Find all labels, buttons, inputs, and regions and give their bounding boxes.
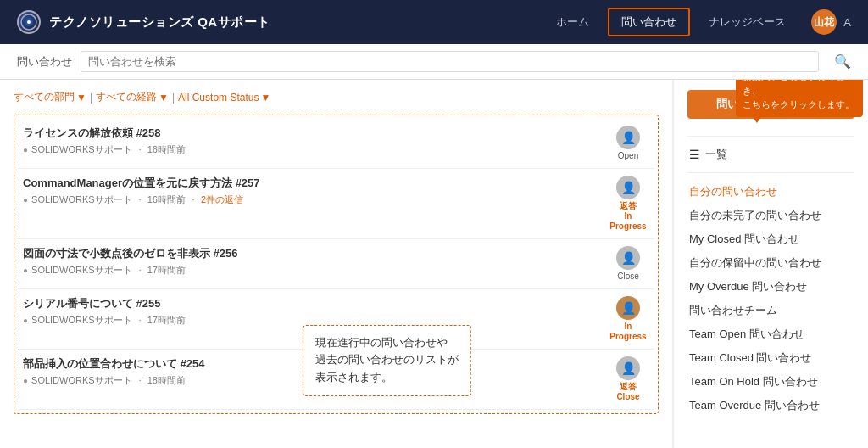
ticket-status: 👤 InProgress — [607, 296, 649, 342]
right-menu: 自分の問い合わせ自分の未完了の問い合わせMy Closed 問い合わせ自分の保留… — [687, 180, 854, 417]
right-menu-item-2[interactable]: My Closed 問い合わせ — [687, 227, 854, 251]
nav-user-abbr: A — [843, 16, 851, 29]
ticket-status: 👤 返答InProgress — [607, 176, 649, 232]
app-title: テクノソリューションズ QAサポート — [49, 14, 270, 31]
filter-bar: すべての部門 ▼ | すべての経路 ▼ | All Custom Status … — [14, 90, 659, 104]
popup-note: 現在進行中の問い合わせや 過去の問い合わせのリストが 表示されます。 — [303, 325, 471, 396]
ticket-info: CommandManagerの位置を元に戻す方法 #257 ● SOLIDWOR… — [23, 176, 600, 206]
search-breadcrumb: 問い合わせ — [17, 54, 72, 70]
add-ticket-btn-wrap: 新規問い合わせを行うとき、 こちらをクリックします。 問い合わせを追加する — [687, 90, 854, 127]
right-menu-item-0[interactable]: 自分の問い合わせ — [687, 180, 854, 204]
main-content: すべての部門 ▼ | すべての経路 ▼ | All Custom Status … — [0, 80, 868, 448]
right-menu-item-6[interactable]: Team Open 問い合わせ — [687, 322, 854, 346]
filter-all-dept[interactable]: すべての部門 ▼ — [14, 90, 86, 104]
status-text: 返答Close — [616, 382, 639, 402]
meta-icon: ● — [23, 376, 28, 385]
list-section-title: ☰ 一覧 — [687, 143, 854, 165]
logo-area: テクノソリューションズ QAサポート — [17, 10, 270, 34]
ticket-meta: ● SOLIDWORKSサポート ・ 17時間前 — [23, 264, 600, 277]
right-menu-item-8[interactable]: Team On Hold 問い合わせ — [687, 370, 854, 394]
nav-inquiry[interactable]: 問い合わせ — [608, 8, 690, 36]
ticket-status: 👤 Close — [607, 246, 649, 282]
ticket-title: CommandManagerの位置を元に戻す方法 #257 — [23, 176, 600, 191]
divider — [687, 136, 854, 137]
right-panel: 新規問い合わせを行うとき、 こちらをクリックします。 問い合わせを追加する ☰ … — [673, 80, 868, 448]
ticket-title: 図面の寸法で小数点後のゼロを非表示 #256 — [23, 246, 600, 261]
meta-icon: ● — [23, 266, 28, 275]
ticket-title: ライセンスの解放依頼 #258 — [23, 126, 600, 141]
filter-all-custom[interactable]: All Custom Status ▼ — [178, 92, 270, 104]
ticket-meta: ● SOLIDWORKSサポート ・ 16時間前 — [23, 143, 600, 156]
svg-point-2 — [27, 20, 31, 24]
status-avatar: 👤 — [616, 296, 640, 320]
search-input[interactable] — [88, 55, 811, 68]
status-avatar: 👤 — [616, 246, 640, 270]
ticket-title: シリアル番号について #255 — [23, 296, 600, 311]
status-text: InProgress — [609, 322, 646, 342]
logo-icon — [17, 10, 41, 34]
header-nav: ホーム 問い合わせ ナレッジベース 山花 A — [544, 8, 851, 36]
reply-badge[interactable]: 2件の返信 — [201, 193, 243, 206]
avatar[interactable]: 山花 — [811, 9, 837, 35]
header: テクノソリューションズ QAサポート ホーム 問い合わせ ナレッジベース 山花 … — [0, 0, 868, 44]
meta-icon: ● — [23, 145, 28, 154]
status-text: Open — [618, 151, 638, 161]
search-icon[interactable]: 🔍 — [834, 53, 851, 70]
right-menu-item-7[interactable]: Team Closed 問い合わせ — [687, 346, 854, 370]
ticket-meta: ● SOLIDWORKSサポート ・ 16時間前 ・ 2件の返信 — [23, 193, 600, 206]
status-avatar: 👤 — [616, 126, 640, 149]
ticket-info: シリアル番号について #255 ● SOLIDWORKSサポート ・ 17時間前 — [23, 296, 600, 327]
right-menu-item-9[interactable]: Team Overdue 問い合わせ — [687, 394, 854, 417]
table-row[interactable]: 図面の寸法で小数点後のゼロを非表示 #256 ● SOLIDWORKSサポート … — [18, 239, 654, 289]
divider — [687, 172, 854, 173]
ticket-status: 👤 Open — [607, 126, 649, 161]
table-row[interactable]: CommandManagerの位置を元に戻す方法 #257 ● SOLIDWOR… — [18, 169, 654, 239]
nav-home[interactable]: ホーム — [544, 9, 601, 35]
left-panel: すべての部門 ▼ | すべての経路 ▼ | All Custom Status … — [0, 80, 673, 448]
ticket-list: ライセンスの解放依頼 #258 ● SOLIDWORKSサポート ・ 16時間前… — [14, 115, 659, 414]
table-row[interactable]: ライセンスの解放依頼 #258 ● SOLIDWORKSサポート ・ 16時間前… — [18, 119, 654, 169]
meta-icon: ● — [23, 316, 28, 325]
right-menu-item-1[interactable]: 自分の未完了の問い合わせ — [687, 204, 854, 227]
status-avatar: 👤 — [616, 176, 640, 199]
tooltip-bubble: 新規問い合わせを行うとき、 こちらをクリックします。 — [736, 80, 863, 117]
list-icon: ☰ — [689, 148, 700, 161]
ticket-status: 👤 返答Close — [607, 356, 649, 402]
search-input-wrap — [81, 51, 819, 72]
filter-all-route[interactable]: すべての経路 ▼ — [96, 90, 169, 104]
right-menu-item-3[interactable]: 自分の保留中の問い合わせ — [687, 251, 854, 275]
search-bar: 問い合わせ 🔍 — [0, 44, 868, 80]
status-text: Close — [617, 272, 639, 282]
nav-knowledge[interactable]: ナレッジベース — [697, 9, 798, 35]
right-menu-item-4[interactable]: My Overdue 問い合わせ — [687, 275, 854, 299]
status-avatar: 👤 — [616, 356, 640, 380]
meta-icon: ● — [23, 195, 28, 204]
ticket-info: ライセンスの解放依頼 #258 ● SOLIDWORKSサポート ・ 16時間前 — [23, 126, 600, 156]
ticket-info: 図面の寸法で小数点後のゼロを非表示 #256 ● SOLIDWORKSサポート … — [23, 246, 600, 277]
status-text: 返答InProgress — [609, 201, 646, 232]
right-menu-item-5[interactable]: 問い合わせチーム — [687, 299, 854, 322]
